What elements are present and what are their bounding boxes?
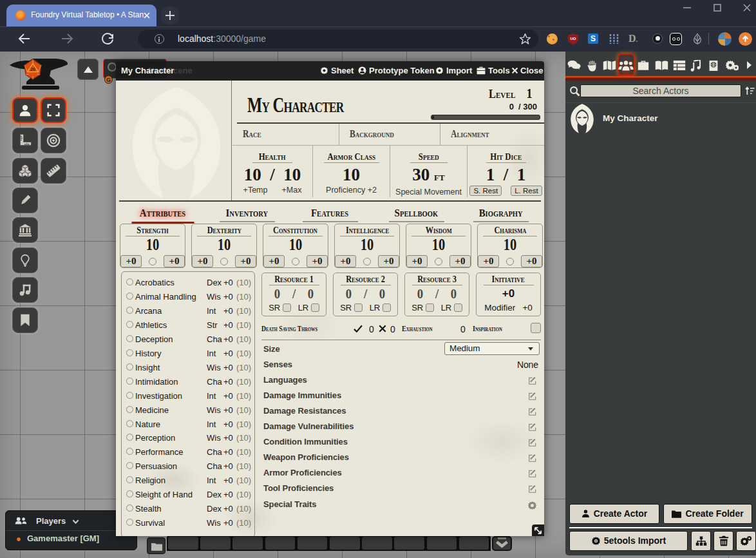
svg-text:20: 20 — [30, 67, 35, 72]
svg-text:UO: UO — [571, 37, 576, 41]
